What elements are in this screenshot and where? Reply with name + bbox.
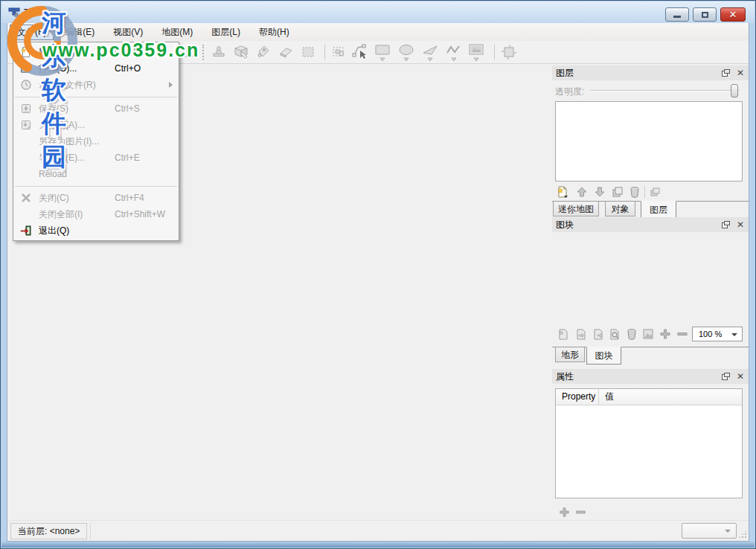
tab-minimap[interactable]: 迷你地图 [553, 202, 599, 216]
menu-item-close[interactable]: 关闭(C) Ctrl+F4 [13, 190, 179, 206]
random-dice-icon[interactable] [180, 43, 198, 61]
menu-view[interactable]: 视图(V) [106, 25, 150, 40]
tileset-zoom-value: 100 % [699, 330, 722, 338]
menu-item-export-as[interactable]: 导出为(E)... Ctrl+E [13, 150, 179, 166]
eraser-icon[interactable] [277, 43, 295, 61]
terrain-brush-icon[interactable] [232, 43, 250, 61]
toolbar-separator [494, 45, 495, 60]
maximize-button[interactable] [693, 7, 717, 22]
menu-separator [13, 182, 179, 190]
edit-polygons-icon[interactable] [351, 43, 369, 61]
tab-terrain[interactable]: 地形 [555, 347, 585, 362]
insert-rectangle-icon[interactable] [374, 43, 391, 61]
add-layer-icon[interactable] [555, 184, 570, 199]
column-value[interactable]: 值 [599, 389, 614, 405]
close-button[interactable]: ✕ [720, 7, 746, 22]
float-panel-icon[interactable] [720, 371, 731, 382]
raise-layer-icon[interactable] [574, 184, 589, 199]
layers-panel-title: 图层 [556, 67, 574, 80]
new-tileset-icon[interactable] [556, 327, 571, 341]
menu-map[interactable]: 地图(M) [154, 25, 200, 40]
opacity-slider-handle[interactable] [731, 84, 738, 97]
button-separator [644, 186, 645, 198]
minimize-icon [673, 16, 681, 18]
add-property-icon[interactable] [557, 504, 571, 519]
menu-help[interactable]: 帮助(H) [252, 25, 297, 40]
rotate-tile-icon[interactable] [500, 43, 518, 61]
menu-file[interactable]: 文件(F) [10, 25, 54, 40]
recent-files-icon [13, 79, 39, 91]
menu-separator [13, 93, 179, 100]
properties-table[interactable]: Property 值 [555, 388, 743, 498]
toolbar-handle[interactable] [202, 45, 205, 60]
chevron-down-icon [725, 530, 731, 533]
menu-item-quit[interactable]: 退出(Q) [13, 222, 179, 239]
layers-list[interactable] [555, 101, 743, 182]
resize-grip[interactable] [738, 530, 747, 539]
float-panel-icon[interactable] [720, 219, 731, 230]
tileset-properties-icon[interactable] [607, 327, 622, 341]
close-panel-icon[interactable]: ✕ [735, 219, 746, 230]
insert-ellipse-icon[interactable] [397, 43, 415, 61]
close-panel-icon[interactable]: ✕ [735, 68, 746, 78]
delete-layer-icon[interactable] [627, 184, 642, 199]
tab-layers[interactable]: 图层 [641, 201, 676, 219]
file-menu-dropdown: 新文件(N)... Ctrl+N 打开(O)... Ctrl+O 最近的文件(R… [13, 42, 179, 241]
insert-tile-icon[interactable] [467, 43, 485, 61]
menu-item-new-file[interactable]: 新文件(N)... Ctrl+N [13, 44, 179, 60]
insert-polyline-icon[interactable] [445, 43, 463, 61]
properties-table-header: Property 值 [556, 389, 742, 405]
rect-select-icon[interactable] [299, 43, 317, 61]
current-layer-status: 当前层: <none> [10, 523, 87, 539]
menu-item-save-as[interactable]: 另存为(A)... [13, 117, 179, 133]
layers-panel-titlebar[interactable]: 图层 ✕ [552, 65, 749, 80]
dock-area: 图层 ✕ 透明度: [549, 64, 749, 520]
stamp-brush-icon[interactable] [210, 43, 228, 61]
titlebar[interactable]: Tiled ✕ [1, 1, 755, 23]
open-folder-icon [13, 62, 39, 74]
terrain-info-icon[interactable] [641, 327, 656, 341]
remove-tileset-icon[interactable] [624, 327, 639, 341]
tilesets-panel-titlebar[interactable]: 图块 ✕ [552, 217, 749, 232]
bucket-fill-icon[interactable] [254, 43, 272, 61]
menu-item-open[interactable]: 打开(O)... Ctrl+O [13, 60, 179, 77]
zoom-out-icon[interactable] [675, 327, 690, 341]
tab-tilesets[interactable]: 图块 [586, 347, 621, 365]
insert-polygon-icon[interactable] [421, 43, 439, 61]
window-title: Tiled [24, 7, 45, 18]
layers-panel: 图层 ✕ 透明度: [552, 65, 749, 217]
tab-objects[interactable]: 对象 [605, 202, 635, 216]
close-x-icon [13, 193, 39, 203]
properties-panel-titlebar[interactable]: 属性 ✕ [552, 369, 749, 384]
column-property[interactable]: Property [556, 389, 599, 405]
import-tileset-icon[interactable] [574, 327, 589, 341]
minimize-button[interactable] [665, 7, 689, 22]
menu-item-close-all[interactable]: 关闭全部(I) Ctrl+Shift+W [13, 206, 179, 222]
duplicate-layer-icon[interactable] [610, 184, 625, 199]
toolbar-separator [324, 45, 325, 60]
menu-item-reload[interactable]: Reload [13, 166, 179, 182]
opacity-label: 透明度: [555, 86, 584, 98]
quit-icon [13, 225, 39, 237]
menu-edit[interactable]: 编辑(E) [57, 25, 102, 40]
zoom-in-icon[interactable] [658, 327, 673, 341]
toggle-other-layers-icon[interactable] [647, 184, 662, 199]
tiled-app-icon [8, 7, 20, 19]
menu-item-save[interactable]: 保存(S) Ctrl+S [13, 100, 179, 117]
lower-layer-icon[interactable] [592, 184, 607, 199]
select-objects-icon[interactable] [330, 43, 348, 61]
properties-panel: 属性 ✕ Property 值 [552, 369, 749, 522]
float-panel-icon[interactable] [720, 68, 731, 78]
export-tileset-icon[interactable] [591, 327, 606, 341]
remove-property-icon[interactable] [573, 504, 588, 519]
statusbar-combo[interactable] [682, 523, 737, 539]
menu-item-save-as-image[interactable]: 另存为图片(I)... [13, 133, 179, 150]
opacity-slider[interactable] [591, 90, 740, 92]
tileset-zoom-select[interactable]: 100 % [692, 327, 743, 341]
menu-layer[interactable]: 图层(L) [204, 25, 248, 40]
chevron-down-icon [731, 333, 737, 336]
menu-item-recent-files[interactable]: 最近的文件(R) [13, 77, 179, 93]
maximize-icon [702, 12, 708, 18]
close-panel-icon[interactable]: ✕ [735, 371, 746, 382]
submenu-arrow-icon [169, 82, 173, 88]
